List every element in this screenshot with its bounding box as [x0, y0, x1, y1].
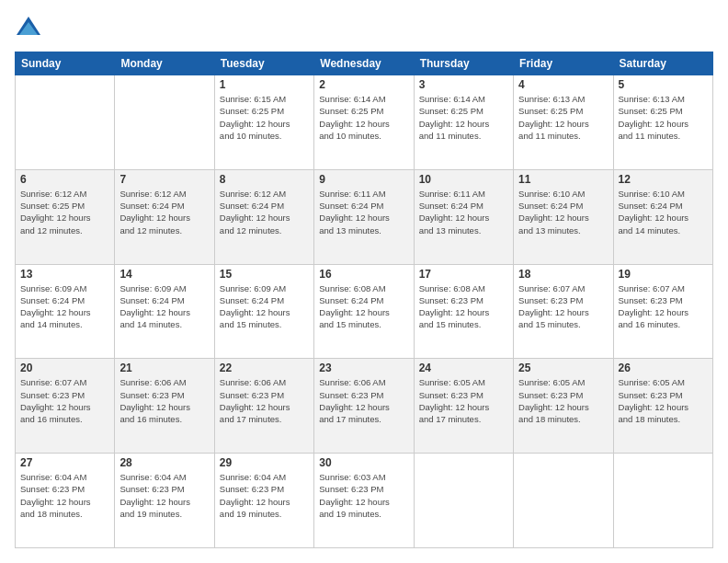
- calendar-cell: 7Sunrise: 6:12 AM Sunset: 6:24 PM Daylig…: [115, 169, 214, 264]
- calendar-cell: 13Sunrise: 6:09 AM Sunset: 6:24 PM Dayli…: [16, 264, 115, 359]
- day-number: 9: [319, 173, 408, 186]
- calendar-cell: 12Sunrise: 6:10 AM Sunset: 6:24 PM Dayli…: [613, 169, 712, 264]
- page: SundayMondayTuesdayWednesdayThursdayFrid…: [0, 0, 728, 563]
- day-info: Sunrise: 6:09 AM Sunset: 6:24 PM Dayligh…: [220, 282, 309, 331]
- day-info: Sunrise: 6:05 AM Sunset: 6:23 PM Dayligh…: [518, 376, 608, 425]
- day-number: 13: [20, 268, 109, 281]
- header-row: SundayMondayTuesdayWednesdayThursdayFrid…: [16, 52, 713, 75]
- calendar-cell: 29Sunrise: 6:04 AM Sunset: 6:23 PM Dayli…: [214, 454, 313, 548]
- day-info: Sunrise: 6:14 AM Sunset: 6:25 PM Dayligh…: [319, 93, 408, 142]
- day-info: Sunrise: 6:07 AM Sunset: 6:23 PM Dayligh…: [518, 282, 608, 331]
- day-header-friday: Friday: [514, 52, 613, 75]
- day-number: 14: [119, 268, 209, 281]
- day-info: Sunrise: 6:09 AM Sunset: 6:24 PM Dayligh…: [119, 282, 209, 331]
- day-number: 18: [518, 268, 608, 281]
- week-row-2: 13Sunrise: 6:09 AM Sunset: 6:24 PM Dayli…: [16, 264, 713, 359]
- day-number: 26: [619, 362, 708, 374]
- day-number: 12: [619, 173, 708, 186]
- calendar-cell: 2Sunrise: 6:14 AM Sunset: 6:25 PM Daylig…: [314, 75, 414, 170]
- day-info: Sunrise: 6:04 AM Sunset: 6:23 PM Dayligh…: [20, 471, 109, 520]
- day-number: 11: [518, 173, 608, 186]
- calendar-cell: 17Sunrise: 6:08 AM Sunset: 6:23 PM Dayli…: [414, 264, 513, 359]
- day-number: 28: [119, 456, 209, 469]
- day-info: Sunrise: 6:07 AM Sunset: 6:23 PM Dayligh…: [619, 282, 708, 331]
- day-number: 19: [619, 268, 708, 281]
- calendar-cell: 28Sunrise: 6:04 AM Sunset: 6:23 PM Dayli…: [115, 454, 214, 548]
- day-info: Sunrise: 6:04 AM Sunset: 6:23 PM Dayligh…: [220, 471, 309, 520]
- header: [15, 15, 713, 42]
- calendar-cell: [514, 454, 613, 548]
- day-number: 20: [20, 362, 109, 374]
- day-number: 27: [20, 456, 109, 469]
- logo: [15, 15, 46, 42]
- day-info: Sunrise: 6:13 AM Sunset: 6:25 PM Dayligh…: [518, 93, 608, 142]
- day-info: Sunrise: 6:12 AM Sunset: 6:24 PM Dayligh…: [119, 188, 209, 236]
- day-info: Sunrise: 6:05 AM Sunset: 6:23 PM Dayligh…: [619, 376, 708, 425]
- calendar-cell: [16, 75, 115, 170]
- calendar-cell: 26Sunrise: 6:05 AM Sunset: 6:23 PM Dayli…: [613, 359, 712, 454]
- day-number: 21: [119, 362, 209, 374]
- day-info: Sunrise: 6:14 AM Sunset: 6:25 PM Dayligh…: [419, 93, 508, 142]
- day-info: Sunrise: 6:11 AM Sunset: 6:24 PM Dayligh…: [419, 188, 508, 236]
- calendar-cell: 20Sunrise: 6:07 AM Sunset: 6:23 PM Dayli…: [16, 359, 115, 454]
- day-info: Sunrise: 6:13 AM Sunset: 6:25 PM Dayligh…: [619, 93, 708, 142]
- calendar-cell: 9Sunrise: 6:11 AM Sunset: 6:24 PM Daylig…: [314, 169, 414, 264]
- calendar-table: SundayMondayTuesdayWednesdayThursdayFrid…: [15, 52, 713, 548]
- day-info: Sunrise: 6:09 AM Sunset: 6:24 PM Dayligh…: [20, 282, 109, 331]
- day-info: Sunrise: 6:08 AM Sunset: 6:23 PM Dayligh…: [419, 282, 508, 331]
- logo-icon: [15, 15, 42, 42]
- day-number: 3: [419, 78, 508, 91]
- day-number: 2: [319, 78, 408, 91]
- calendar-cell: 4Sunrise: 6:13 AM Sunset: 6:25 PM Daylig…: [514, 75, 613, 170]
- day-header-tuesday: Tuesday: [214, 52, 313, 75]
- day-info: Sunrise: 6:10 AM Sunset: 6:24 PM Dayligh…: [518, 188, 608, 236]
- calendar-cell: 16Sunrise: 6:08 AM Sunset: 6:24 PM Dayli…: [314, 264, 414, 359]
- day-number: 8: [220, 173, 309, 186]
- day-number: 16: [319, 268, 408, 281]
- day-number: 22: [220, 362, 309, 374]
- calendar-cell: 21Sunrise: 6:06 AM Sunset: 6:23 PM Dayli…: [115, 359, 214, 454]
- day-header-monday: Monday: [115, 52, 214, 75]
- calendar-cell: 18Sunrise: 6:07 AM Sunset: 6:23 PM Dayli…: [514, 264, 613, 359]
- day-number: 17: [419, 268, 508, 281]
- day-number: 4: [518, 78, 608, 91]
- calendar-cell: 14Sunrise: 6:09 AM Sunset: 6:24 PM Dayli…: [115, 264, 214, 359]
- calendar-cell: 8Sunrise: 6:12 AM Sunset: 6:24 PM Daylig…: [214, 169, 313, 264]
- calendar-cell: 1Sunrise: 6:15 AM Sunset: 6:25 PM Daylig…: [214, 75, 313, 170]
- day-header-sunday: Sunday: [16, 52, 115, 75]
- day-info: Sunrise: 6:10 AM Sunset: 6:24 PM Dayligh…: [619, 188, 708, 236]
- day-info: Sunrise: 6:15 AM Sunset: 6:25 PM Dayligh…: [220, 93, 309, 142]
- day-number: 30: [319, 456, 408, 469]
- day-number: 29: [220, 456, 309, 469]
- day-number: 6: [20, 173, 109, 186]
- calendar-cell: 23Sunrise: 6:06 AM Sunset: 6:23 PM Dayli…: [314, 359, 414, 454]
- day-header-wednesday: Wednesday: [314, 52, 414, 75]
- day-info: Sunrise: 6:12 AM Sunset: 6:24 PM Dayligh…: [220, 188, 309, 236]
- calendar-cell: 11Sunrise: 6:10 AM Sunset: 6:24 PM Dayli…: [514, 169, 613, 264]
- day-header-saturday: Saturday: [613, 52, 712, 75]
- week-row-0: 1Sunrise: 6:15 AM Sunset: 6:25 PM Daylig…: [16, 75, 713, 170]
- calendar-cell: 27Sunrise: 6:04 AM Sunset: 6:23 PM Dayli…: [16, 454, 115, 548]
- day-info: Sunrise: 6:07 AM Sunset: 6:23 PM Dayligh…: [20, 376, 109, 425]
- calendar-cell: 10Sunrise: 6:11 AM Sunset: 6:24 PM Dayli…: [414, 169, 513, 264]
- calendar-cell: [414, 454, 513, 548]
- day-number: 7: [119, 173, 209, 186]
- day-header-thursday: Thursday: [414, 52, 513, 75]
- day-info: Sunrise: 6:06 AM Sunset: 6:23 PM Dayligh…: [119, 376, 209, 425]
- day-number: 10: [419, 173, 508, 186]
- calendar-cell: 24Sunrise: 6:05 AM Sunset: 6:23 PM Dayli…: [414, 359, 513, 454]
- day-info: Sunrise: 6:11 AM Sunset: 6:24 PM Dayligh…: [319, 188, 408, 236]
- calendar-cell: 6Sunrise: 6:12 AM Sunset: 6:25 PM Daylig…: [16, 169, 115, 264]
- day-info: Sunrise: 6:12 AM Sunset: 6:25 PM Dayligh…: [20, 188, 109, 236]
- day-info: Sunrise: 6:03 AM Sunset: 6:23 PM Dayligh…: [319, 471, 408, 520]
- day-info: Sunrise: 6:05 AM Sunset: 6:23 PM Dayligh…: [419, 376, 508, 425]
- day-info: Sunrise: 6:06 AM Sunset: 6:23 PM Dayligh…: [220, 376, 309, 425]
- calendar-cell: 30Sunrise: 6:03 AM Sunset: 6:23 PM Dayli…: [314, 454, 414, 548]
- calendar-cell: 22Sunrise: 6:06 AM Sunset: 6:23 PM Dayli…: [214, 359, 313, 454]
- day-info: Sunrise: 6:08 AM Sunset: 6:24 PM Dayligh…: [319, 282, 408, 331]
- calendar-cell: 25Sunrise: 6:05 AM Sunset: 6:23 PM Dayli…: [514, 359, 613, 454]
- calendar-cell: 15Sunrise: 6:09 AM Sunset: 6:24 PM Dayli…: [214, 264, 313, 359]
- day-number: 24: [419, 362, 508, 374]
- day-number: 23: [319, 362, 408, 374]
- week-row-3: 20Sunrise: 6:07 AM Sunset: 6:23 PM Dayli…: [16, 359, 713, 454]
